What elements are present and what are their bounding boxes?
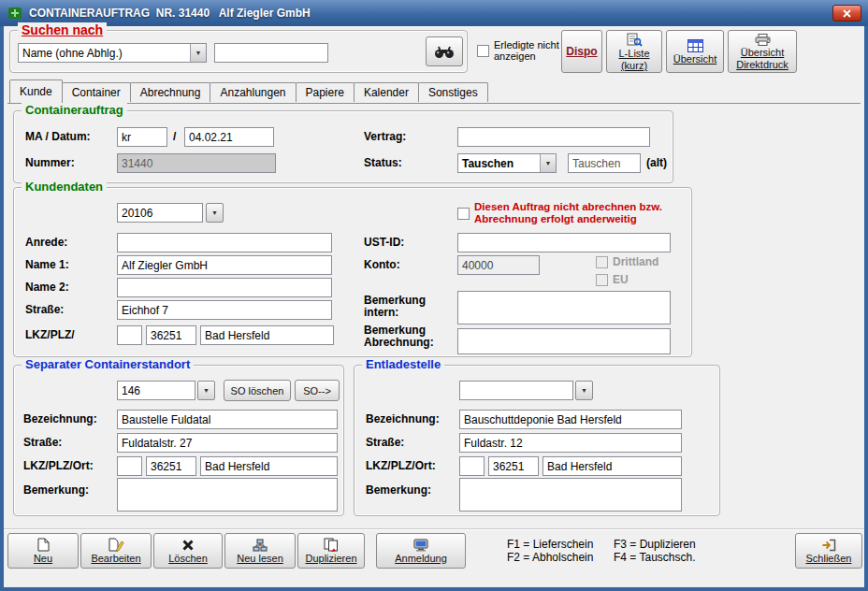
anrede-input[interactable] [117,233,332,252]
tab-kunde[interactable]: Kunde [9,79,63,103]
entladestelle-lookup-button[interactable]: ▼ [575,381,593,400]
status-label: Status: [364,157,402,169]
name1-label: Name 1: [25,259,69,271]
search-field-combo-value: Name (ohne Abhlg.) [19,44,190,62]
strasse-input[interactable] [117,300,332,320]
drittland-option: Drittland [596,255,658,268]
tab-anzahlungen[interactable]: Anzahlungen [210,82,296,102]
entladestelle-plz-input[interactable] [488,456,539,476]
search-field-combo[interactable]: Name (ohne Abhlg.) ▼ [18,43,207,63]
search-button[interactable] [426,36,463,66]
erledigte-filter: Erledigte nicht anzeigen [477,39,571,62]
name2-input[interactable] [117,278,332,297]
entladestelle-bemerkung-input[interactable] [459,478,682,512]
eu-checkbox [596,274,608,286]
neu-button[interactable]: Neu [7,533,79,569]
no-billing-line2: Abrechnung erfolgt anderweitig [474,213,662,225]
duplicate-icon [324,538,339,552]
so-loeschen-button[interactable]: SO löschen [224,380,291,401]
standort-bemerkung-input[interactable] [117,478,338,512]
uebersicht-direktdruck-button[interactable]: Übersicht Direktdruck [728,30,797,73]
name1-input[interactable] [117,255,332,275]
fkey-f1-hint: F1 = Lieferschein [507,538,593,551]
bemerkung-intern-input[interactable] [457,291,671,324]
erledigte-label: Erledigte nicht anzeigen [494,39,571,62]
close-button[interactable] [832,5,861,22]
so-arrow-button[interactable]: SO--> [295,380,340,401]
kundennummer-lookup-button[interactable]: ▼ [206,203,224,223]
footer-separator [4,528,864,530]
lkz-input[interactable] [117,325,142,345]
standort-ort-input[interactable] [200,456,338,476]
ort-input[interactable] [200,325,334,345]
alt-label: (alt) [646,157,667,169]
standort-strasse-input[interactable] [117,433,338,453]
eu-option: EU [596,273,629,286]
loeschen-label: Löschen [168,553,208,564]
schliessen-button[interactable]: Schließen [795,533,862,569]
anmeldung-button[interactable]: Anmeldung [376,533,466,569]
standort-plz-input[interactable] [146,456,196,476]
standort-lookup-button[interactable]: ▼ [197,381,215,400]
bemerkung-abrechnung-input[interactable] [457,328,671,354]
entladestelle-lkz-input[interactable] [459,456,485,476]
dispo-button[interactable]: Dispo [561,30,602,73]
datum-input[interactable] [184,127,274,147]
plz-input[interactable] [146,325,196,345]
standort-nr-input[interactable] [117,381,195,400]
duplizieren-button[interactable]: Duplizieren [297,533,365,569]
loeschen-button[interactable]: Löschen [153,533,223,569]
standort-lkz-input[interactable] [117,456,142,476]
nummer-input [117,153,276,173]
erledigte-checkbox[interactable] [477,45,489,57]
uebersicht-button[interactable]: Übersicht [666,30,724,73]
chevron-down-icon[interactable]: ▼ [540,154,556,172]
vertrag-input[interactable] [457,127,650,147]
tab-papiere[interactable]: Papiere [296,82,354,102]
entladestelle-bezeichnung-input[interactable] [459,410,682,429]
konto-input [457,255,540,275]
entladestelle-strasse-label: Straße: [366,437,404,449]
drittland-checkbox [596,256,608,268]
ma-datum-label: MA / Datum: [25,131,91,143]
standort-bezeichnung-input[interactable] [117,410,338,429]
eu-label: EU [613,273,629,286]
edit-icon [108,538,124,552]
titlebar: CONTAINERAUFTRAG NR. 31440 Alf Ziegler G… [0,0,868,26]
entladestelle-nr-input[interactable] [459,381,573,400]
entladestelle-ort-input[interactable] [542,456,682,476]
no-billing-checkbox[interactable] [457,208,470,220]
login-computer-icon [413,539,428,552]
bearbeiten-button[interactable]: Bearbeiten [80,533,152,569]
bemerkung-abrechnung-label: Bemerkung Abrechnung: [364,324,442,349]
tab-abrechnung[interactable]: Abrechnung [130,82,211,102]
close-icon [843,9,851,18]
l-liste-kurz-button[interactable]: L-Liste (kurz) [606,30,662,73]
entladestelle-group: Entladestelle ▼ Bezeichnung: Straße: LKZ… [354,365,720,516]
status-combo-value: Tauschen [458,154,540,172]
neu-lesen-button[interactable]: Neu lesen [224,533,296,569]
konto-label: Konto: [364,259,400,271]
no-billing-line1: Diesen Auftrag nicht abrechnen bzw. [474,201,662,213]
anrede-label: Anrede: [25,237,67,249]
fkey-f4-hint: F4 = Tauschsch. [614,551,696,564]
entladestelle-strasse-input[interactable] [459,433,682,453]
status-combo[interactable]: Tauschen ▼ [457,153,557,173]
kundennummer-input[interactable] [117,203,203,223]
tab-container[interactable]: Container [62,82,131,102]
search-input[interactable] [214,43,328,63]
entladestelle-bemerkung-label: Bemerkung: [366,484,431,497]
ustid-input[interactable] [457,233,671,252]
window-title: CONTAINERAUFTRAG NR. 31440 Alf Ziegler G… [29,7,311,20]
tab-sonstiges[interactable]: Sonstiges [418,82,488,102]
so-arrow-label: SO--> [303,385,331,396]
binoculars-icon [433,44,456,59]
tab-kalender[interactable]: Kalender [354,82,419,102]
anmeldung-label: Anmeldung [395,553,447,564]
status-alt-input[interactable] [568,153,641,173]
tab-strip: Kunde Container Abrechnung Anzahlungen P… [9,79,487,102]
ma-datum-separator: / [173,131,176,143]
chevron-down-icon[interactable]: ▼ [190,44,206,62]
duplizieren-label: Duplizieren [305,553,356,564]
ma-input[interactable] [117,127,167,147]
